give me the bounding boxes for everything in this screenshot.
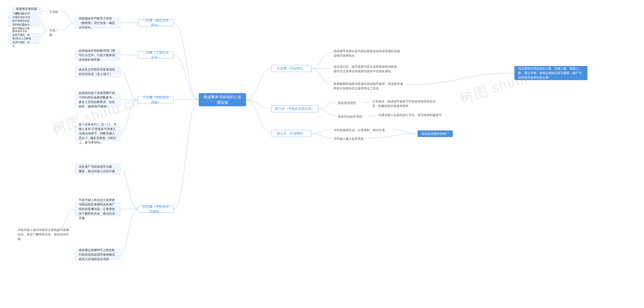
step7-ext: 提供反馈素材给推广 bbox=[418, 130, 453, 137]
step4-d2: 学校关键人推动语文老师参与阅读指导老师和业务推广组织的直播培训，让老师更加了解班… bbox=[75, 202, 120, 216]
step3-d3: 线下必备条件(二选一) 1、关键人支持:主管提前与关键人沟通活动细节，判断关键人… bbox=[75, 126, 120, 141]
step6-bad: 报名情况如不理想 bbox=[336, 113, 369, 120]
step4-d2-sub: 学校关键人组织学校语文老师参与直播培训，更加了解班班共读，推动活动实施 bbox=[16, 227, 73, 242]
step6-good: 报名情况理想 bbox=[336, 100, 362, 106]
step1-normal-d2: 整体项目启动，如果不成功，沟通3所以上实验校先进行推进、试点。 bbox=[9, 33, 39, 44]
step4-d3: 老师通过直播PPT上的信息扫码添加阅读指导老师微信或进入区域阅读交流群 bbox=[75, 249, 120, 260]
step6-good-d: 正常推进，阅读指导老师与学校老师维持良好关系，积极回应学校老师需求 bbox=[370, 98, 443, 109]
step1-normal: 关系一般 bbox=[47, 27, 62, 38]
step5-d2: 报名成功后，指导老师与语文老师直接取得联系，指导语文老师在班级群内发布学生报名通… bbox=[332, 63, 405, 75]
step7-d1: 与学校老师互动、分享资料、维持关系 bbox=[332, 127, 392, 133]
step5-d3-ext: 报名期每天同步报名人数、加微人数、截图人数、重点学校、老师反馈情况至沟通群（推广… bbox=[514, 66, 587, 80]
step7-d2: 与关键人建立良好关系 bbox=[332, 135, 372, 142]
step7-label: 第七步（共读期间） bbox=[271, 130, 311, 137]
center-title: 推进整本书阅读的八步骤实施 bbox=[199, 93, 246, 106]
step5-label: 五步骤（开始报名） bbox=[271, 65, 311, 72]
step2-main: 由前端业务协助教育部门撰写红头文件，行政力量推动活动更好地实施 bbox=[75, 50, 120, 60]
step4-label: 四步骤（学校培训并建群） bbox=[138, 206, 174, 213]
step3-d1: 由业务支持协助专家资源组织培训讲座（线上/线下） bbox=[75, 66, 120, 77]
step1-good: 关系好 bbox=[47, 9, 62, 15]
step6-label: 第六步（学校及老师运营） bbox=[271, 105, 318, 112]
step1-label: 一步骤（确定合作意向） bbox=[138, 19, 174, 26]
step6-bad-d: 沟通关键人在群内进行号召，带动老师积极参与 bbox=[376, 112, 449, 118]
step3-label: 三步骤（组织培训讲座） bbox=[138, 96, 174, 103]
step1-normal-d1: 了解当地整本书开展情况/针对当地开展的情况及遇到的问题给出整本书解法方案 bbox=[9, 16, 39, 26]
step3-d2: 如果组织线下讲座需要不低于60%的区县教师数参与，参会人员包括教研员、业务校长、… bbox=[75, 93, 120, 107]
step4-d1: 业务推广与阅读指导沟通，建群，推动后面工作的开展 bbox=[75, 164, 120, 174]
step5-d3: 教师截图班级群消息发给阅读指导老师，阅读指导老师登记信息给语文老师寄出工具包 bbox=[332, 81, 407, 92]
connectors bbox=[0, 0, 644, 308]
step1-main: 由前端业务与教育主管部（教研室）进行洽谈，确定合作意向。 bbox=[75, 18, 120, 28]
step2-label: 二步骤（下发红头文件） bbox=[138, 51, 174, 58]
step5-d1: 阅读指导老师在群内发起群接龙报名或直接私信阅读指导老师报名 bbox=[332, 48, 405, 59]
